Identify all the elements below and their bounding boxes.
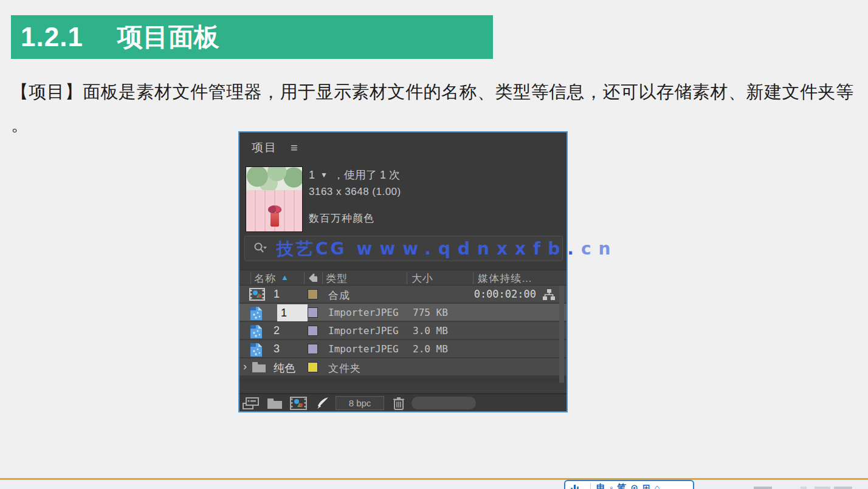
footage-name: 1 <box>309 169 315 182</box>
asset-type: ImporterJPEG <box>328 307 399 318</box>
footage-thumbnail <box>246 166 303 232</box>
table-header: 名称 ▲ 类型 大小 媒体持续… <box>239 270 567 286</box>
asset-type: ImporterJPEG <box>328 343 399 355</box>
footer-pill-shape <box>412 397 476 409</box>
asset-name[interactable]: 2 <box>274 324 280 337</box>
delete-icon[interactable] <box>392 396 405 412</box>
footage-dropdown-icon[interactable]: ▼ <box>320 171 328 179</box>
footage-info: 1 ▼ ，使用了 1 次 3163 x 3648 (1.00) 数百万种颜色 <box>309 168 401 225</box>
asset-size: 2.0 MB <box>413 343 448 355</box>
label-color-swatch[interactable] <box>308 326 318 336</box>
panel-menu-icon[interactable]: ≡ <box>291 141 299 155</box>
table-row-footage-1[interactable]: 1 ImporterJPEG 775 KB <box>239 304 567 322</box>
network-flowchart-icon[interactable] <box>542 289 556 303</box>
column-header-name[interactable]: 名称 <box>254 272 276 286</box>
bar-chart-icon[interactable] <box>570 483 585 489</box>
jpeg-file-icon <box>249 324 263 341</box>
asset-size: 775 KB <box>413 307 448 318</box>
footage-usage: ，使用了 1 次 <box>333 168 400 182</box>
new-folder-icon[interactable] <box>266 396 283 412</box>
table-row-footage-3[interactable]: 3 ImporterJPEG 2.0 MB <box>239 340 567 358</box>
interpret-footage-icon[interactable] <box>242 396 260 412</box>
table-row-composition[interactable]: 1 合成 0:00:02:00 <box>239 286 567 304</box>
column-divider[interactable] <box>473 272 474 284</box>
column-header-duration[interactable]: 媒体持续… <box>478 272 532 286</box>
label-color-swatch[interactable] <box>308 344 318 354</box>
toolbar-glyph-icons[interactable]: 电◦笔⊙⊞⌂ <box>596 483 664 489</box>
sort-ascending-icon[interactable]: ▲ <box>281 273 289 282</box>
label-color-swatch[interactable] <box>308 362 318 372</box>
watermark-brand: 技艺CG <box>277 239 347 259</box>
folder-icon <box>252 361 266 375</box>
column-header-size[interactable]: 大小 <box>412 272 433 286</box>
section-heading-band: 1.2.1 项目面板 <box>11 15 493 59</box>
folder-expand-icon[interactable]: › <box>243 360 247 373</box>
body-paragraph-text: 【项目】面板是素材文件管理器，用于显示素材文件的名称、类型等信息，还可以存储素材… <box>11 82 854 101</box>
watermark-url-suffix: cn <box>581 239 618 259</box>
panel-footer-toolbar: 8 bpc <box>239 393 567 411</box>
asset-name[interactable]: 纯色 <box>274 361 295 375</box>
jpeg-file-icon <box>249 343 263 360</box>
new-composition-icon[interactable] <box>289 396 308 412</box>
table-row-folder[interactable]: › 纯色 文件夹 <box>239 358 567 377</box>
bit-depth-button[interactable]: 8 bpc <box>336 396 384 410</box>
section-number: 1.2.1 <box>21 22 83 52</box>
project-panel-screenshot: 项目 ≡ 1 ▼ ，使用了 1 次 3163 x 3648 (1.00) 数百万… <box>238 131 568 412</box>
quill-icon[interactable] <box>315 396 331 412</box>
asset-size: 3.0 MB <box>413 325 448 337</box>
thumbnail-leaves <box>246 167 302 190</box>
asset-list: 1 合成 0:00:02:00 <box>239 286 567 377</box>
table-row-footage-2[interactable]: 2 ImporterJPEG 3.0 MB <box>239 322 567 340</box>
cutoff-icon-sliver <box>834 487 852 489</box>
body-paragraph-period: 。 <box>11 115 29 134</box>
asset-name[interactable]: 1 <box>274 288 280 301</box>
footage-dimensions: 3163 x 3648 (1.00) <box>309 186 401 198</box>
cutoff-icon-sliver <box>815 487 830 489</box>
column-divider[interactable] <box>322 272 323 284</box>
composition-icon <box>249 288 265 303</box>
asset-type: ImporterJPEG <box>328 325 399 337</box>
label-column-tag-icon[interactable] <box>308 272 319 287</box>
asset-type: 合成 <box>328 289 350 303</box>
project-tab-label: 项目 <box>252 140 277 156</box>
section-title: 项目面板 <box>117 20 219 54</box>
column-divider[interactable] <box>407 272 407 284</box>
page-bottom-margin <box>0 480 868 489</box>
label-color-swatch[interactable] <box>308 307 318 318</box>
footage-color-depth: 数百万种颜色 <box>309 211 401 225</box>
column-divider[interactable] <box>304 272 305 284</box>
column-divider[interactable] <box>250 272 251 284</box>
thumbnail-flowers <box>268 205 281 213</box>
cutoff-icon-sliver <box>754 487 772 489</box>
jpeg-file-icon <box>249 306 263 323</box>
asset-duration: 0:00:02:00 <box>464 288 536 300</box>
floating-toolbar-cutoff[interactable]: 电◦笔⊙⊞⌂ <box>564 480 694 489</box>
project-panel-tab[interactable]: 项目 ≡ <box>252 140 299 156</box>
scrollbar[interactable] <box>559 286 564 383</box>
cutoff-icon-sliver <box>801 487 807 489</box>
label-color-swatch[interactable] <box>308 289 318 299</box>
site-watermark: 技艺CGwww.qdnxxfb.cn <box>277 238 618 261</box>
asset-name[interactable]: 3 <box>274 343 280 355</box>
toolbar-divider <box>590 483 591 489</box>
asset-name-edit-field[interactable]: 1 <box>277 304 308 321</box>
column-header-type[interactable]: 类型 <box>326 272 348 286</box>
asset-type: 文件夹 <box>328 361 361 375</box>
search-icon[interactable] <box>252 242 268 255</box>
watermark-url: www.qdnxxfb. <box>357 239 581 259</box>
